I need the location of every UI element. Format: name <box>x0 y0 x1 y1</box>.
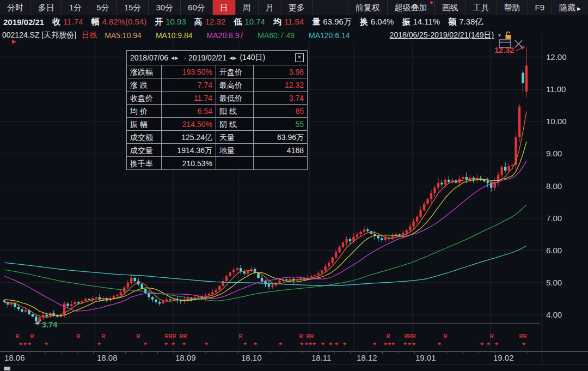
event-marker-r[interactable]: R <box>412 333 416 339</box>
event-marker-star[interactable]: ★ <box>312 341 316 346</box>
candle-body <box>338 247 340 252</box>
tab-月[interactable]: 月 <box>259 0 281 15</box>
x-axis-label: 18.08 <box>97 353 118 362</box>
event-marker-star[interactable]: ★ <box>278 341 283 346</box>
candle-body <box>222 281 224 286</box>
tab-日[interactable]: 日 <box>213 0 236 15</box>
tab-多日[interactable]: 多日 <box>31 0 62 15</box>
event-marker-r[interactable]: R <box>101 333 106 339</box>
tab-1分[interactable]: 1分 <box>62 0 89 15</box>
event-marker-star[interactable]: ★ <box>328 341 333 346</box>
candle-body <box>7 302 9 305</box>
menu-超级叠加[interactable]: 超级叠加 <box>387 0 434 15</box>
candle-body <box>522 72 524 83</box>
event-marker-star[interactable]: ★ <box>253 341 258 346</box>
y-axis-label: 7.00 <box>546 214 562 223</box>
event-marker-star[interactable]: ★ <box>171 341 175 346</box>
event-marker-r[interactable]: R <box>76 333 81 339</box>
event-marker-star[interactable]: ★ <box>407 341 412 346</box>
event-marker-r[interactable]: R <box>299 333 303 339</box>
range-start-step-arrows[interactable]: ◀▶ <box>171 56 179 60</box>
event-marker-star[interactable]: ★ <box>204 341 209 346</box>
y-axis-label: 6.00 <box>546 246 562 255</box>
ma-line-MA120 <box>4 246 526 285</box>
quote-label-均: 均 <box>273 17 281 27</box>
tab-分时[interactable]: 分时 <box>0 0 31 15</box>
candle-body <box>433 187 436 193</box>
event-marker-star[interactable]: ★ <box>403 341 407 346</box>
event-marker-star[interactable]: ★ <box>412 341 416 346</box>
stats-close-icon[interactable]: ✕ <box>295 53 304 62</box>
event-marker-star[interactable]: ★ <box>342 341 347 346</box>
event-marker-star[interactable]: ★ <box>391 341 395 346</box>
candle-body <box>268 284 270 287</box>
menu-隐藏[interactable]: 隐藏▶ <box>552 0 588 15</box>
event-marker-star[interactable]: ★ <box>19 341 23 346</box>
candle-body <box>46 315 48 316</box>
event-marker-r[interactable]: R <box>183 333 187 339</box>
quote-label-收: 收 <box>52 17 60 27</box>
event-marker-star[interactable]: ★ <box>164 341 168 346</box>
stats-value: 193.50% <box>162 65 216 78</box>
stats-value: 6.54 <box>162 104 216 117</box>
chevron-down-icon[interactable]: ▼ <box>497 33 502 38</box>
candle-body <box>426 199 428 204</box>
event-marker-r[interactable]: R <box>386 333 390 339</box>
event-marker-r[interactable]: R <box>30 333 34 339</box>
tab-30分[interactable]: 30分 <box>149 0 181 15</box>
event-marker-star[interactable]: ★ <box>182 341 186 346</box>
event-marker-star[interactable]: ★ <box>143 341 148 346</box>
date-range-selector[interactable]: 2018/06/25-2019/02/21(149日) <box>390 31 494 40</box>
event-marker-star[interactable]: ★ <box>321 341 325 346</box>
candle-body <box>399 234 401 235</box>
event-marker-star[interactable]: ★ <box>494 341 499 346</box>
menu-帮助[interactable]: 帮助 <box>497 0 528 15</box>
event-marker-star[interactable]: ★ <box>299 341 304 346</box>
menu-画线[interactable]: 画线 <box>434 0 465 15</box>
ma-legend-MA120: MA120:6.14 <box>309 31 350 40</box>
event-marker-r[interactable]: R <box>172 333 176 339</box>
event-marker-star[interactable]: ★ <box>27 341 32 346</box>
period-label: 日线 <box>82 31 97 40</box>
stats-panel-header: 2018/07/06 ◀▶ - 2019/02/21 ◀▶ (140日) ✕ <box>127 51 307 65</box>
event-marker-star[interactable]: ★ <box>44 341 48 346</box>
candle-body <box>151 297 154 299</box>
event-marker-r[interactable]: R <box>310 333 314 339</box>
tab-周[interactable]: 周 <box>236 0 259 15</box>
tab-更多[interactable]: 更多 <box>281 0 313 15</box>
menu-F9[interactable]: F9 <box>528 0 552 15</box>
event-marker-star[interactable]: ★ <box>486 341 491 346</box>
event-marker-star[interactable]: ★ <box>522 341 526 346</box>
unlock-icon[interactable] <box>505 31 512 40</box>
tab-15分[interactable]: 15分 <box>117 0 149 15</box>
event-marker-star[interactable]: ★ <box>23 341 27 346</box>
candle-body <box>229 272 231 276</box>
menu-工具[interactable]: 工具 <box>465 0 497 15</box>
event-marker-r[interactable]: R <box>136 333 140 339</box>
range-end-step-arrows[interactable]: ◀▶ <box>229 56 237 60</box>
event-marker-star[interactable]: ★ <box>372 341 377 346</box>
event-marker-r[interactable]: R <box>443 333 448 339</box>
tab-60分[interactable]: 60分 <box>181 0 213 15</box>
tab-5分[interactable]: 5分 <box>89 0 117 15</box>
quote-bar: 2019/02/21 收11.74幅4.82%(0.54)开10.93高12.3… <box>0 15 588 29</box>
stats-label: 地量 <box>216 143 254 156</box>
low-price-annotation: 3.74 <box>42 320 57 329</box>
event-marker-r[interactable]: R <box>489 333 494 339</box>
stats-value: 63.96万 <box>254 130 307 143</box>
event-marker-star[interactable]: ★ <box>97 341 101 346</box>
candle-body <box>345 239 347 242</box>
quote-label-低: 低 <box>234 17 242 27</box>
event-marker-r[interactable]: R <box>15 333 20 339</box>
event-marker-r[interactable]: R <box>523 333 527 339</box>
x-axis-label: 19.02 <box>493 353 514 362</box>
stats-label: 振 幅 <box>127 117 162 130</box>
event-marker-star[interactable]: ★ <box>334 341 339 346</box>
stats-label: 天量 <box>216 130 254 143</box>
event-marker-r[interactable]: R <box>238 333 243 339</box>
candle-body <box>74 302 76 304</box>
event-marker-star[interactable]: ★ <box>243 341 247 346</box>
event-marker-star[interactable]: ★ <box>437 341 442 346</box>
menu-前复权[interactable]: 前复权 <box>348 0 387 15</box>
event-marker-star[interactable]: ★ <box>480 341 484 346</box>
